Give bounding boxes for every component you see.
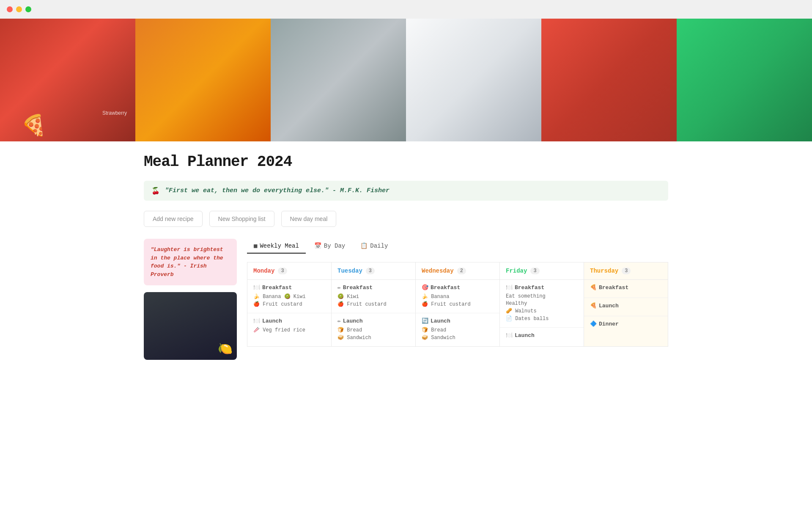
- monday-label: Monday: [253, 268, 274, 274]
- meal-item: 🥢 Veg fried rice: [253, 327, 325, 333]
- right-content: ▦ Weekly Meal 📅 By Day 📋 Daily Monday: [247, 239, 668, 360]
- friday-breakfast-label: 🍽️ Breakfast: [506, 284, 578, 291]
- thursday-launch-label: 🍕 Launch: [590, 302, 662, 309]
- meal-item: Eat something: [506, 293, 578, 299]
- monday-breakfast-label: 🍽️ Breakfast: [253, 284, 325, 291]
- hero-segment-3: [271, 19, 406, 141]
- monday-breakfast: 🍽️ Breakfast 🍌 Banana 🥝 Kiwi 🍎 Fruit cus…: [247, 280, 331, 313]
- friday-label: Friday: [506, 268, 527, 274]
- quote-text: "First we eat, then we do everything els…: [165, 187, 390, 194]
- titlebar: [0, 0, 812, 19]
- minimize-button[interactable]: [16, 6, 22, 12]
- thursday-breakfast-label: 🍕 Breakfast: [590, 284, 662, 291]
- meal-item: 🍞 Bread: [422, 327, 494, 333]
- meal-item: Healthy: [506, 301, 578, 306]
- breakfast-icon: 🍽️: [253, 284, 260, 291]
- new-day-meal-button[interactable]: New day meal: [281, 211, 337, 227]
- maximize-button[interactable]: [25, 6, 31, 12]
- meal-item: 🍎 Fruit custard: [337, 301, 409, 307]
- tab-weekly-meal[interactable]: ▦ Weekly Meal: [247, 239, 306, 254]
- cycle-icon: 🔄: [422, 318, 428, 324]
- close-button[interactable]: [7, 6, 13, 12]
- sidebar-quote-box: "Laughter is brightest in the place wher…: [144, 239, 237, 285]
- page-title: Meal Planner 2024: [144, 153, 668, 171]
- thursday-dinner: 🔷 Dinner: [584, 316, 668, 334]
- day-column-friday: Friday 3 🍽️ Breakfast Eat something Heal…: [499, 262, 584, 347]
- pencil-icon: ✏️: [337, 284, 341, 291]
- day-header-tuesday: Tuesday 3: [332, 262, 415, 280]
- sidebar-quote-text: "Laughter is brightest in the place wher…: [151, 246, 230, 279]
- friday-count: 3: [530, 268, 539, 274]
- meal-item: 🍌 Banana 🥝 Kiwi: [253, 293, 325, 300]
- day-column-tuesday: Tuesday 3 ✏️ Breakfast 🥝 Kiwi 🍎 Fruit cu…: [331, 262, 415, 347]
- wednesday-launch: 🔄 Launch 🍞 Bread 🥪 Sandwich: [416, 313, 499, 346]
- day-header-friday: Friday 3: [500, 262, 584, 280]
- thursday-dinner-icon: 🔷: [590, 320, 597, 327]
- launch-icon: 🍽️: [253, 318, 260, 324]
- thursday-count: 3: [622, 268, 631, 274]
- main-quote-box: 🍒 "First we eat, then we do everything e…: [144, 181, 668, 201]
- thursday-breakfast-icon: 🍕: [590, 284, 597, 291]
- day-column-wednesday: Wednesday 2 🎯 Breakfast 🍌 Banana 🍎 Fruit…: [415, 262, 499, 347]
- meal-item: 📄 Dates balls: [506, 315, 578, 322]
- weekly-meal-icon: ▦: [254, 242, 257, 249]
- day-column-thursday: Thursday 3 🍕 Breakfast 🍕 Launch: [584, 262, 668, 347]
- meal-item: 🍌 Banana: [422, 293, 494, 300]
- tuesday-count: 3: [366, 268, 375, 274]
- daily-icon: 📋: [360, 242, 368, 249]
- day-header-wednesday: Wednesday 2: [416, 262, 499, 280]
- wednesday-count: 2: [457, 268, 466, 274]
- meal-item: 🥜 Walnuts: [506, 308, 578, 314]
- daily-label: Daily: [370, 243, 388, 249]
- pencil-launch-icon: ✏️: [337, 318, 341, 324]
- sidebar-image: [144, 292, 237, 360]
- hero-banner: 🍕: [0, 19, 812, 141]
- by-day-icon: 📅: [314, 242, 321, 249]
- quote-icon: 🍒: [151, 187, 160, 195]
- hero-segment-1: 🍕: [0, 19, 135, 141]
- day-header-monday: Monday 3: [247, 262, 331, 280]
- monday-launch-label: 🍽️ Launch: [253, 318, 325, 324]
- friday-breakfast: 🍽️ Breakfast Eat something Healthy 🥜 Wal…: [500, 280, 584, 328]
- monday-launch: 🍽️ Launch 🥢 Veg fried rice: [247, 313, 331, 339]
- thursday-launch-icon: 🍕: [590, 302, 597, 309]
- meal-item: 🍎 Fruit custard: [253, 301, 325, 307]
- meal-item: 🥪 Sandwich: [422, 334, 494, 341]
- tuesday-launch: ✏️ Launch 🍞 Bread 🥪 Sandwich: [332, 313, 415, 346]
- wednesday-breakfast-label: 🎯 Breakfast: [422, 284, 494, 291]
- thursday-label: Thursday: [590, 268, 618, 274]
- thursday-breakfast: 🍕 Breakfast: [584, 280, 668, 298]
- friday-launch-label: 🍽️ Launch: [506, 332, 578, 339]
- thursday-launch: 🍕 Launch: [584, 298, 668, 316]
- action-row: Add new recipe New Shopping list New day…: [144, 211, 668, 227]
- tuesday-label: Tuesday: [337, 268, 362, 274]
- friday-launch-icon: 🍽️: [506, 332, 513, 339]
- day-header-thursday: Thursday 3: [584, 262, 668, 280]
- new-shopping-list-button[interactable]: New Shopping list: [209, 211, 274, 227]
- by-day-label: By Day: [324, 243, 345, 249]
- tab-bar: ▦ Weekly Meal 📅 By Day 📋 Daily: [247, 239, 668, 254]
- tuesday-breakfast: ✏️ Breakfast 🥝 Kiwi 🍎 Fruit custard: [332, 280, 415, 313]
- weekly-meal-label: Weekly Meal: [260, 243, 299, 249]
- tuesday-launch-label: ✏️ Launch: [337, 318, 409, 324]
- tab-daily[interactable]: 📋 Daily: [354, 239, 395, 254]
- hero-segment-6: [677, 19, 812, 141]
- target-icon: 🎯: [422, 284, 428, 291]
- friday-breakfast-icon: 🍽️: [506, 284, 513, 291]
- tab-by-day[interactable]: 📅 By Day: [307, 239, 352, 254]
- wednesday-breakfast: 🎯 Breakfast 🍌 Banana 🍎 Fruit custard: [416, 280, 499, 313]
- day-column-monday: Monday 3 🍽️ Breakfast 🍌 Banana 🥝 Kiwi 🍎 …: [247, 262, 331, 347]
- wednesday-launch-label: 🔄 Launch: [422, 318, 494, 324]
- meal-item: 🥪 Sandwich: [337, 334, 409, 341]
- hero-segment-4: [406, 19, 541, 141]
- hero-segment-5: [541, 19, 677, 141]
- meal-grid: Monday 3 🍽️ Breakfast 🍌 Banana 🥝 Kiwi 🍎 …: [247, 262, 668, 347]
- meal-item: 🍎 Fruit custard: [422, 301, 494, 307]
- meal-item: 🥝 Kiwi: [337, 293, 409, 300]
- pizza-icon: 🍕: [21, 113, 47, 137]
- friday-launch: 🍽️ Launch: [500, 328, 584, 345]
- left-sidebar: "Laughter is brightest in the place wher…: [144, 239, 237, 360]
- add-recipe-button[interactable]: Add new recipe: [144, 211, 203, 227]
- tuesday-breakfast-label: ✏️ Breakfast: [337, 284, 409, 291]
- thursday-dinner-label: 🔷 Dinner: [590, 320, 662, 327]
